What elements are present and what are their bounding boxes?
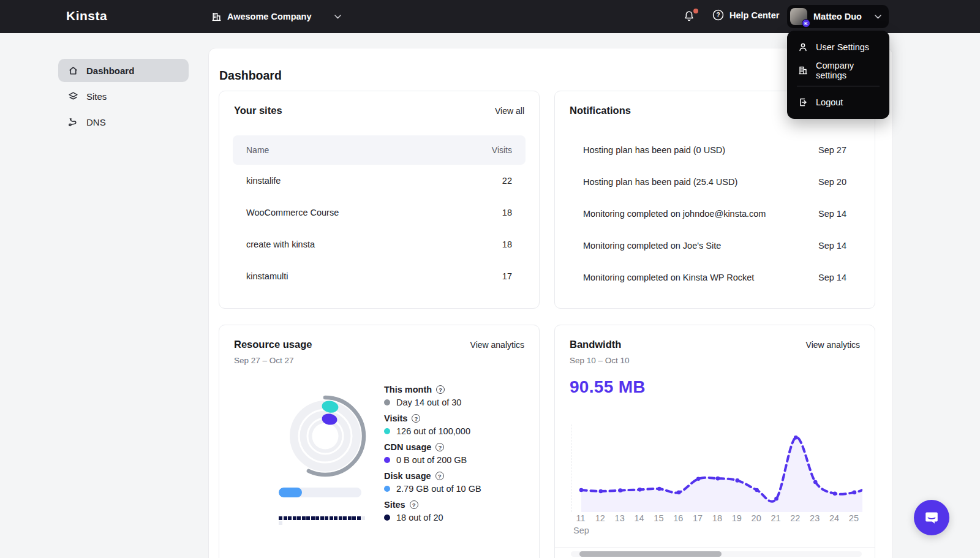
help-icon[interactable]: [435, 443, 444, 451]
x-axis-tick-label: 13: [615, 513, 625, 523]
site-usage-segment: [279, 521, 282, 525]
site-visits: 17: [502, 271, 512, 281]
data-point-marker: [716, 477, 720, 481]
notification-date: Sep 14: [818, 209, 846, 219]
account-menu-button[interactable]: K Matteo Duo: [787, 5, 889, 28]
site-usage-segment: [279, 516, 282, 520]
x-axis-month-label: Sep: [573, 526, 589, 535]
help-center-label: Help Center: [729, 10, 779, 20]
data-point-marker: [736, 478, 740, 483]
table-row[interactable]: WooCommerce Course 18: [233, 197, 526, 228]
bandwidth-line-chart: [571, 424, 862, 512]
site-usage-segment: [311, 516, 315, 520]
layers-icon: [68, 91, 78, 102]
notifications-card: Notifications View all Hosting plan has …: [554, 91, 875, 309]
bandwidth-x-axis: 111213141516171819202122232425: [571, 513, 862, 524]
site-visits: 18: [502, 239, 512, 249]
menu-item-company-settings[interactable]: Company settings: [787, 59, 889, 82]
card-title: Notifications: [570, 105, 631, 116]
resource-usage-body: This month Day 14 out of 30 Visits 126 o…: [219, 325, 539, 558]
site-usage-segment: [339, 516, 342, 520]
notifications-bell-button[interactable]: [683, 10, 698, 25]
disk-usage-progress-bar: [279, 488, 361, 497]
company-name: Awesome Company: [227, 12, 312, 21]
legend-dot: [384, 515, 390, 521]
list-item[interactable]: Monitoring completed on Kinsta WP Rocket…: [570, 262, 860, 293]
chart-scrollbar-thumb[interactable]: [579, 551, 722, 557]
card-title: Your sites: [234, 105, 282, 116]
unread-notification-dot: [693, 9, 698, 13]
menu-item-user-settings[interactable]: User Settings: [787, 36, 889, 59]
help-center-button[interactable]: ? Help Center: [712, 9, 779, 21]
help-icon[interactable]: [412, 414, 420, 423]
x-axis-tick-label: 22: [790, 513, 800, 523]
data-point-marker: [599, 489, 603, 494]
kinsta-logo[interactable]: Kinsta: [66, 9, 107, 23]
bandwidth-view-analytics-link[interactable]: View analytics: [806, 340, 860, 350]
x-axis-tick-label: 15: [654, 513, 663, 523]
data-point-marker: [638, 488, 642, 492]
site-usage-segment: [284, 516, 287, 520]
chevron-down-icon: [334, 15, 341, 19]
list-item[interactable]: Hosting plan has been paid (0 USD) Sep 2…: [570, 134, 860, 166]
site-usage-segment: [320, 516, 324, 520]
sidebar-item-dashboard[interactable]: Dashboard: [58, 59, 189, 82]
data-point-marker: [677, 491, 681, 495]
resource-usage-legend: This month Day 14 out of 30 Visits 126 o…: [384, 385, 481, 529]
table-row[interactable]: kinstamulti 17: [233, 260, 526, 292]
user-dropdown-menu: User Settings Company settings Logout: [787, 31, 889, 119]
user-name: Matteo Duo: [813, 12, 869, 21]
avatar: K: [790, 8, 807, 25]
menu-item-logout[interactable]: Logout: [787, 91, 889, 114]
sidebar-item-label: DNS: [86, 117, 106, 127]
list-item[interactable]: Monitoring completed on johndoe@kinsta.c…: [570, 198, 860, 230]
x-axis-tick-label: 12: [595, 513, 605, 523]
notification-date: Sep 14: [818, 241, 846, 251]
help-icon[interactable]: [435, 472, 444, 480]
data-point-marker: [853, 491, 857, 495]
site-usage-segment: [330, 516, 333, 520]
user-icon: [798, 42, 808, 52]
x-axis-tick-label: 24: [829, 513, 839, 523]
resource-donut-chart: [281, 391, 370, 481]
legend-value: 0 B out of 200 GB: [396, 455, 467, 465]
chart-divider: [555, 547, 875, 548]
sidebar-item-dns[interactable]: DNS: [58, 110, 189, 134]
legend-label: Disk usage: [384, 471, 431, 481]
legend-label: This month: [384, 385, 432, 394]
your-sites-view-all-link[interactable]: View all: [495, 106, 524, 116]
x-axis-tick-label: 11: [576, 513, 585, 523]
legend-dot: [384, 399, 390, 405]
list-item[interactable]: Monitoring completed on Joe's Site Sep 1…: [570, 230, 860, 262]
company-switcher[interactable]: Awesome Company: [211, 7, 341, 26]
table-row[interactable]: create with kinsta 18: [233, 228, 526, 260]
data-point-marker: [618, 488, 622, 492]
legend-dot: [384, 428, 390, 434]
notification-text: Monitoring completed on Joe's Site: [583, 241, 721, 251]
legend-value: 2.79 GB out of 10 GB: [396, 484, 481, 494]
sidebar-item-sites[interactable]: Sites: [58, 85, 189, 108]
legend-label: CDN usage: [384, 442, 431, 452]
x-axis-tick-label: 23: [810, 513, 820, 523]
question-circle-icon: ?: [712, 9, 724, 21]
x-axis-tick-label: 20: [752, 513, 761, 523]
help-icon[interactable]: [436, 385, 445, 394]
legend-value: 18 out of 20: [396, 513, 443, 522]
site-usage-segment: [288, 516, 292, 520]
column-visits: Visits: [492, 145, 512, 155]
menu-item-label: Company settings: [816, 61, 878, 80]
chat-launcher-button[interactable]: [914, 500, 949, 535]
logout-icon: [798, 97, 808, 107]
notification-date: Sep 27: [818, 145, 846, 155]
notification-text: Hosting plan has been paid (25.4 USD): [583, 177, 737, 187]
chat-bubble-icon: [923, 509, 940, 526]
notification-text: Monitoring completed on johndoe@kinsta.c…: [583, 209, 766, 219]
bandwidth-chart-area: [571, 424, 862, 512]
legend-dot: [384, 457, 390, 463]
notifications-list: Hosting plan has been paid (0 USD) Sep 2…: [555, 134, 875, 293]
sites-usage-segments: [279, 516, 366, 525]
list-item[interactable]: Hosting plan has been paid (25.4 USD) Se…: [570, 166, 860, 198]
help-icon[interactable]: [410, 500, 418, 509]
table-row[interactable]: kinstalife 22: [233, 165, 526, 197]
legend-item-sites: Sites 18 out of 20: [384, 500, 481, 522]
